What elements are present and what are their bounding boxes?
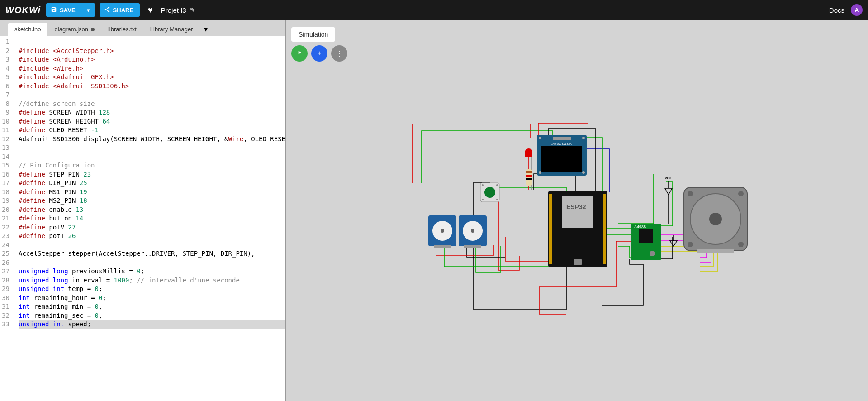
line-number: 13 xyxy=(0,143,9,153)
line-number: 17 xyxy=(0,179,9,188)
code-line[interactable]: int remaining_sec = 0; xyxy=(19,311,285,320)
code-line[interactable]: #define SCREEN_HEIGHT 64 xyxy=(19,117,285,126)
svg-point-17 xyxy=(484,187,495,198)
docs-link[interactable]: Docs xyxy=(829,6,844,14)
save-label: SAVE xyxy=(60,7,75,14)
code-line[interactable]: int remaining_hour = 0; xyxy=(19,294,285,303)
code-line[interactable]: AccelStepper stepper(AccelStepper::DRIVE… xyxy=(19,249,285,258)
line-number: 31 xyxy=(0,302,9,311)
svg-point-3 xyxy=(582,137,585,139)
logo: WOKWi xyxy=(5,5,41,15)
code-line[interactable]: #define STEP_PIN 23 xyxy=(19,170,285,179)
part-vcc[interactable]: vcc xyxy=(665,176,672,224)
code-line[interactable]: unsigned long interval = 1000; // interv… xyxy=(19,276,285,285)
code-line[interactable]: #define potV 27 xyxy=(19,223,285,232)
share-icon xyxy=(104,6,110,14)
caret-down-icon: ▾ xyxy=(204,25,208,33)
svg-rect-13 xyxy=(526,171,532,173)
svg-point-37 xyxy=(650,251,655,256)
tab-Library-Manager[interactable]: Library Manager xyxy=(144,23,199,36)
line-number: 22 xyxy=(0,223,9,232)
save-dropdown-button[interactable]: ▾ xyxy=(82,3,95,17)
code-line[interactable]: #include <Wire.h> xyxy=(19,64,285,73)
part-stepper-motor[interactable] xyxy=(684,187,747,253)
code-line[interactable] xyxy=(19,143,285,153)
line-number: 9 xyxy=(0,108,9,117)
svg-point-42 xyxy=(738,191,744,196)
code-line[interactable]: #define potT 26 xyxy=(19,232,285,241)
share-button[interactable]: SHARE xyxy=(100,3,140,17)
code-line[interactable] xyxy=(19,38,285,47)
part-resistor[interactable] xyxy=(526,169,532,186)
heart-icon[interactable]: ♥ xyxy=(148,5,153,15)
part-oled-display[interactable]: GND VCC SCL SDA xyxy=(537,135,587,176)
code-line[interactable]: #define OLED_RESET -1 xyxy=(19,126,285,135)
code-line[interactable]: #define enable 13 xyxy=(19,205,285,215)
part-esp32[interactable]: ESP32 xyxy=(548,191,607,267)
code-line[interactable] xyxy=(19,258,285,267)
code-line[interactable] xyxy=(19,91,285,100)
code-line[interactable]: #include <Adafruit_GFX.h> xyxy=(19,73,285,82)
part-pushbutton[interactable] xyxy=(480,183,499,202)
code-line[interactable]: #include <Arduino.h> xyxy=(19,55,285,64)
dirty-dot-icon xyxy=(91,28,95,31)
part-potentiometer-1[interactable] xyxy=(428,215,456,248)
line-number: 33 xyxy=(0,320,9,329)
code-line[interactable]: Adafruit_SSD1306 display(SCREEN_WIDTH, S… xyxy=(19,135,285,144)
code-line[interactable]: unsigned long previousMillis = 0; xyxy=(19,267,285,276)
part-a4988-driver[interactable]: A4988 xyxy=(631,224,661,260)
code-line[interactable]: #define button 14 xyxy=(19,214,285,223)
line-number: 12 xyxy=(0,135,9,144)
code-line[interactable]: #define DIR_PIN 25 xyxy=(19,179,285,188)
tab-label: sketch.ino xyxy=(14,26,41,33)
line-gutter: 1234567891011121314151617181920212223242… xyxy=(0,36,19,401)
code-editor[interactable]: 1234567891011121314151617181920212223242… xyxy=(0,36,285,401)
tab-diagram-json[interactable]: diagram.json xyxy=(48,23,101,36)
tab-more-button[interactable]: ▾ xyxy=(200,23,211,35)
code-line[interactable]: unsigned int temp = 0; xyxy=(19,285,285,294)
tab-label: libraries.txt xyxy=(108,26,137,33)
svg-point-5 xyxy=(582,171,585,174)
svg-point-20 xyxy=(482,199,484,200)
code-line[interactable]: #include <Adafruit_SSD1306.h> xyxy=(19,82,285,91)
svg-rect-34 xyxy=(603,194,606,264)
tab-libraries-txt[interactable]: libraries.txt xyxy=(102,23,143,36)
line-number: 15 xyxy=(0,161,9,170)
edit-title-icon[interactable]: ✎ xyxy=(190,6,195,14)
code-line[interactable]: #define SCREEN_WIDTH 128 xyxy=(19,108,285,117)
code-line[interactable]: int remaining_min = 0; xyxy=(19,302,285,311)
svg-point-19 xyxy=(496,184,498,186)
code-line[interactable]: //define screen size xyxy=(19,100,285,109)
code-content[interactable]: #include <AccelStepper.h>#include <Ardui… xyxy=(19,36,285,401)
share-label: SHARE xyxy=(113,7,134,14)
svg-rect-9 xyxy=(525,151,532,157)
tab-label: diagram.json xyxy=(55,26,88,33)
line-number: 18 xyxy=(0,188,9,197)
code-line[interactable]: #define MS2_PIN 18 xyxy=(19,196,285,205)
svg-point-18 xyxy=(482,184,484,186)
line-number: 29 xyxy=(0,285,9,294)
code-line[interactable]: unsigned int speed; xyxy=(19,320,285,329)
code-line[interactable] xyxy=(19,241,285,250)
line-number: 6 xyxy=(0,82,9,91)
line-number: 10 xyxy=(0,117,9,126)
tab-sketch-ino[interactable]: sketch.ino xyxy=(8,23,47,36)
line-number: 4 xyxy=(0,64,9,73)
code-line[interactable]: #define MS1_PIN 19 xyxy=(19,188,285,197)
part-gnd[interactable] xyxy=(670,235,677,246)
circuit-canvas[interactable]: GND VCC SCL SDA xyxy=(286,20,868,401)
save-button[interactable]: SAVE xyxy=(46,3,81,17)
line-number: 24 xyxy=(0,241,9,250)
line-number: 1 xyxy=(0,38,9,47)
floppy-icon xyxy=(51,6,57,14)
svg-rect-29 xyxy=(464,245,481,248)
line-number: 27 xyxy=(0,267,9,276)
code-line[interactable]: // Pin Configuration xyxy=(19,161,285,170)
svg-point-4 xyxy=(539,171,541,174)
code-line[interactable] xyxy=(19,153,285,162)
part-potentiometer-2[interactable] xyxy=(459,215,487,248)
line-number: 26 xyxy=(0,258,9,267)
avatar[interactable]: A xyxy=(851,4,863,16)
line-number: 16 xyxy=(0,170,9,179)
code-line[interactable]: #include <AccelStepper.h> xyxy=(19,47,285,56)
